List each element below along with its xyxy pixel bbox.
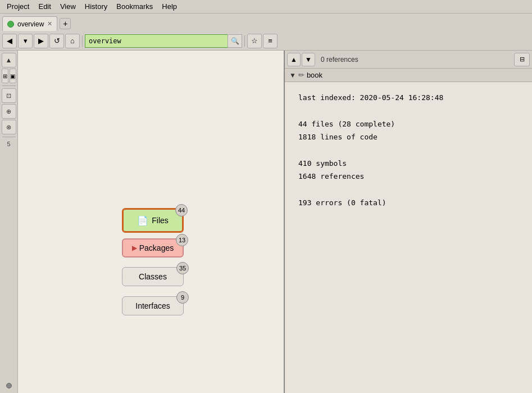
canvas-area: 📄 Files 44 ▶ Packages 13 Classes 35 Inte… xyxy=(18,51,284,393)
interfaces-badge: 9 xyxy=(176,291,189,304)
toolbar-separator-2 xyxy=(244,35,245,47)
more-button[interactable]: ≡ xyxy=(263,34,278,48)
files-label: Files xyxy=(152,216,169,225)
tab-close-button[interactable]: ✕ xyxy=(47,20,52,28)
interfaces-label: Interfaces xyxy=(135,301,170,310)
search-box: 🔍 xyxy=(85,34,242,48)
file-icon: 📄 xyxy=(137,215,148,226)
ref-options-button[interactable]: ⊟ xyxy=(514,53,530,66)
info-content: last indexed: 2020-05-24 16:28:48 44 fil… xyxy=(285,82,532,393)
history-dropdown-button[interactable]: ▾ xyxy=(18,34,33,48)
node-files[interactable]: 📄 Files 44 xyxy=(122,208,184,233)
tree-toggle-button[interactable]: ▼ xyxy=(289,71,296,79)
menu-bookmarks[interactable]: Bookmarks xyxy=(112,1,157,12)
sidebar-number: 5 xyxy=(7,139,10,148)
references-count: 1648 references xyxy=(298,170,519,183)
last-indexed: last indexed: 2020-05-24 16:28:48 xyxy=(298,91,519,104)
action-btn-1[interactable]: ⊡ xyxy=(2,88,16,103)
menu-view[interactable]: View xyxy=(56,1,80,12)
forward-button[interactable]: ▶ xyxy=(34,34,48,48)
tab-overview[interactable]: overview ✕ xyxy=(2,16,57,31)
right-panel: ▲ ▼ 0 references ⊟ ▼ ✏ book last indexed… xyxy=(285,51,532,393)
traffic-light-icon xyxy=(7,21,14,28)
node-packages[interactable]: ▶ Packages 13 xyxy=(122,238,184,258)
packages-arrow-icon: ▶ xyxy=(132,244,137,252)
search-go-button[interactable]: 🔍 xyxy=(228,34,242,48)
search-input[interactable] xyxy=(85,34,228,48)
spacer-2 xyxy=(298,144,519,157)
menu-help[interactable]: Help xyxy=(157,1,181,12)
back-button[interactable]: ◀ xyxy=(2,34,17,48)
symbols-count: 410 symbols xyxy=(298,157,519,170)
spacer-3 xyxy=(298,183,519,196)
ref-down-button[interactable]: ▼ xyxy=(302,53,315,66)
files-badge: 44 xyxy=(175,204,188,216)
tree-panel: ▼ ✏ book xyxy=(285,69,532,82)
ref-up-button[interactable]: ▲ xyxy=(287,53,301,66)
right-toolbar: ▲ ▼ 0 references ⊟ xyxy=(285,51,532,69)
tree-label: ✏ book xyxy=(298,71,322,79)
panel-right-button[interactable]: ▣ xyxy=(10,69,16,83)
tree-book-label: book xyxy=(307,71,322,79)
ref-count-label: 0 references xyxy=(316,56,513,64)
tab-title: overview xyxy=(17,20,44,28)
sidebar-divider-2 xyxy=(2,137,16,137)
pencil-icon: ✏ xyxy=(298,71,304,79)
packages-badge: 13 xyxy=(176,234,188,246)
panel-buttons: ⊞ ▣ xyxy=(2,69,16,83)
tabbar: overview ✕ + xyxy=(0,13,532,31)
spacer-1 xyxy=(298,104,519,117)
reload-button[interactable]: ↺ xyxy=(49,34,64,48)
menubar: Project Edit View History Bookmarks Help xyxy=(0,0,532,13)
menu-project[interactable]: Project xyxy=(2,1,34,12)
bookmark-button[interactable]: ☆ xyxy=(247,34,262,48)
action-btn-2[interactable]: ⊕ xyxy=(2,104,16,119)
classes-label: Classes xyxy=(139,272,167,281)
panel-left-button[interactable]: ⊞ xyxy=(2,69,8,83)
classes-badge: 35 xyxy=(176,262,189,274)
main-area: ▲ ⊞ ▣ ⊡ ⊕ ⊗ 5 📄 Files 44 xyxy=(0,51,532,393)
sidebar-slider-area xyxy=(6,150,12,393)
slider-handle[interactable] xyxy=(6,383,12,389)
files-count: 44 files (28 complete) xyxy=(298,118,519,130)
action-btn-3[interactable]: ⊗ xyxy=(2,120,16,134)
left-panel: ▲ ⊞ ▣ ⊡ ⊕ ⊗ 5 📄 Files 44 xyxy=(0,51,285,393)
sidebar-divider-1 xyxy=(2,85,16,86)
home-button[interactable]: ⌂ xyxy=(65,34,80,48)
toolbar-separator xyxy=(82,35,83,47)
node-classes[interactable]: Classes 35 xyxy=(122,267,184,286)
toolbar: ◀ ▾ ▶ ↺ ⌂ 🔍 ☆ ≡ xyxy=(0,31,532,51)
left-sidebar: ▲ ⊞ ▣ ⊡ ⊕ ⊗ 5 xyxy=(0,51,18,393)
lines-count: 1818 lines of code xyxy=(298,130,519,143)
node-interfaces[interactable]: Interfaces 9 xyxy=(122,296,184,315)
errors-count: 193 errors (0 fatal) xyxy=(298,196,519,209)
new-tab-button[interactable]: + xyxy=(60,18,71,29)
menu-history[interactable]: History xyxy=(80,1,112,12)
packages-label: Packages xyxy=(139,243,174,252)
menu-edit[interactable]: Edit xyxy=(34,1,55,12)
collapse-up-button[interactable]: ▲ xyxy=(2,53,16,67)
